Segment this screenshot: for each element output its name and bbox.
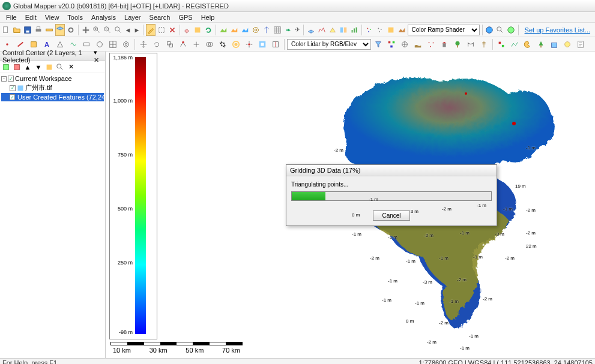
print-icon[interactable] — [34, 24, 43, 36]
compare-icon[interactable] — [339, 24, 348, 36]
tree-item-features[interactable]: ✓ User Created Features (72,244 Features… — [1, 93, 104, 101]
zoom-in-icon[interactable] — [92, 24, 101, 36]
trace-icon[interactable] — [67, 38, 79, 50]
remove-layer-icon[interactable] — [12, 62, 22, 72]
building-icon[interactable] — [548, 38, 560, 50]
terrain3-icon[interactable] — [240, 24, 250, 36]
layers-icon[interactable] — [55, 24, 65, 36]
layer-options-icon[interactable] — [193, 24, 202, 36]
histogram-icon[interactable] — [386, 24, 396, 36]
expander-icon[interactable]: − — [1, 76, 7, 82]
favorites-link[interactable]: Set up Favorites List... — [521, 26, 594, 34]
lidar-filter-icon[interactable] — [372, 38, 384, 50]
snap-icon[interactable] — [243, 38, 255, 50]
checkbox[interactable]: ✓ — [10, 85, 16, 91]
checkbox[interactable]: ✓ — [10, 94, 15, 100]
lidar-noise-icon[interactable] — [425, 38, 437, 50]
extract-icon[interactable] — [270, 38, 282, 50]
add-layer-icon[interactable] — [1, 62, 11, 72]
feature-extract-icon[interactable] — [561, 38, 573, 50]
zoom-full-icon[interactable] — [113, 24, 123, 36]
map-canvas[interactable]: 1,186 m 1,000 m 750 m 500 m 250 m -98 m … — [106, 52, 595, 358]
menu-file[interactable]: File — [2, 13, 20, 22]
select-icon[interactable] — [157, 24, 166, 36]
online-icon[interactable] — [506, 24, 516, 36]
shader-dropdown[interactable]: Color Ramp Shader — [408, 25, 480, 35]
back-icon[interactable]: ◄ — [124, 24, 132, 36]
menu-help[interactable]: Help — [198, 13, 219, 22]
3d-icon[interactable] — [306, 24, 316, 36]
terrain-analysis-icon[interactable] — [509, 38, 521, 50]
rect-icon[interactable] — [80, 38, 92, 50]
lidar-veg-icon[interactable] — [452, 38, 464, 50]
refresh-icon[interactable] — [204, 24, 213, 36]
menu-search[interactable]: Search — [146, 13, 174, 22]
tree-root[interactable]: − ✓ Current Workspace — [1, 74, 104, 83]
lidar-building-icon[interactable] — [438, 38, 450, 50]
tree-icon[interactable] — [535, 38, 547, 50]
range-ring-icon[interactable] — [120, 38, 132, 50]
watershed-icon[interactable] — [262, 24, 271, 36]
chart-icon[interactable] — [349, 24, 359, 36]
combine-icon[interactable] — [204, 38, 216, 50]
crop-icon[interactable] — [217, 38, 229, 50]
grid-icon[interactable] — [273, 24, 282, 36]
script-icon[interactable] — [575, 38, 587, 50]
forward-icon[interactable]: ► — [133, 24, 140, 36]
menu-gps[interactable]: GPS — [175, 13, 196, 22]
terrain2-icon[interactable] — [229, 24, 239, 36]
rotate-icon[interactable] — [151, 38, 163, 50]
redo-icon[interactable] — [283, 24, 293, 36]
lidar-ground-icon[interactable] — [412, 38, 424, 50]
cancel-button[interactable]: Cancel — [373, 210, 409, 221]
text-icon[interactable]: A — [41, 38, 53, 50]
cogo-icon[interactable] — [54, 38, 66, 50]
lidar-auto-icon[interactable] — [399, 38, 411, 50]
fly-icon[interactable]: ✈ — [294, 24, 301, 36]
menu-analysis[interactable]: Analysis — [88, 13, 119, 22]
save-icon[interactable] — [23, 24, 32, 36]
contour-icon[interactable] — [251, 24, 261, 36]
buffer-icon[interactable] — [230, 38, 242, 50]
open-icon[interactable] — [12, 24, 22, 36]
menu-tools[interactable]: Tools — [64, 13, 86, 22]
lidar2-icon[interactable] — [375, 24, 385, 36]
layer-up-icon[interactable]: ▲ — [23, 62, 32, 72]
area-icon[interactable] — [28, 38, 40, 50]
menu-view[interactable]: View — [41, 13, 63, 22]
lidar-powerline-icon[interactable] — [465, 38, 477, 50]
menu-edit[interactable]: Edit — [22, 13, 40, 22]
digitize-icon[interactable] — [146, 24, 156, 36]
lidar-class-icon[interactable] — [385, 38, 397, 50]
pan-icon[interactable] — [81, 24, 91, 36]
find-icon[interactable] — [495, 24, 505, 36]
globe-icon[interactable] — [485, 24, 494, 36]
layer-tree[interactable]: − ✓ Current Workspace ✓ 广州市.tif ✓ User C… — [0, 73, 105, 358]
lidar-color-dropdown[interactable]: Color Lidar by RGB/Elev — [287, 39, 371, 50]
lidar-pole-icon[interactable] — [478, 38, 490, 50]
eraser-icon[interactable] — [182, 24, 192, 36]
ruler-icon[interactable] — [44, 24, 54, 36]
layer-zoom-icon[interactable] — [55, 62, 65, 72]
viewshed-icon[interactable] — [328, 24, 337, 36]
split-icon[interactable] — [190, 38, 202, 50]
palette-icon[interactable] — [522, 38, 534, 50]
zoom-out-icon[interactable] — [103, 24, 112, 36]
checkbox[interactable]: ✓ — [8, 76, 14, 82]
point-icon[interactable] — [1, 38, 13, 50]
grid2-icon[interactable] — [107, 38, 119, 50]
terrain-paint-icon[interactable] — [397, 24, 406, 36]
tree-item-raster[interactable]: ✓ 广州市.tif — [1, 83, 104, 93]
island-icon[interactable] — [256, 38, 268, 50]
scale-icon[interactable] — [164, 38, 176, 50]
layer-close-icon[interactable]: ✕ — [66, 62, 76, 72]
move-icon[interactable] — [137, 38, 150, 50]
layer-meta-icon[interactable] — [44, 62, 54, 72]
layer-down-icon[interactable]: ▼ — [34, 62, 43, 72]
new-icon[interactable] — [1, 24, 11, 36]
pixel-tool-icon[interactable] — [495, 38, 507, 50]
menu-layer[interactable]: Layer — [121, 13, 145, 22]
terrain1-icon[interactable] — [219, 24, 228, 36]
config-icon[interactable] — [66, 24, 76, 36]
line-icon[interactable] — [14, 38, 26, 50]
